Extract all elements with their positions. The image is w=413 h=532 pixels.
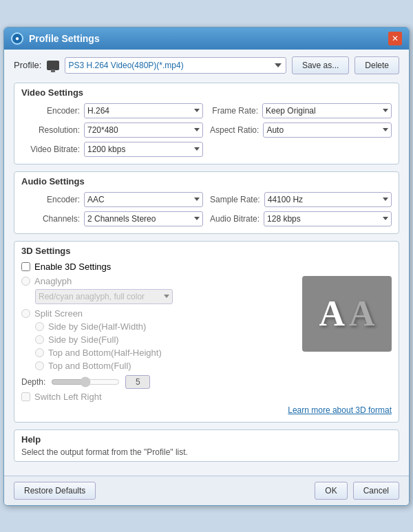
profile-select[interactable]: PS3 H.264 Video(480P)(*.mp4)	[65, 57, 286, 74]
delete-button[interactable]: Delete	[354, 56, 399, 74]
resolution-row: Resolution: 720*480	[21, 123, 203, 138]
video-settings-section: Video Settings Encoder: H.264 Frame Rate…	[14, 83, 399, 164]
3d-settings-title: 3D Settings	[21, 246, 392, 256]
help-text: Select the output format from the "Profi…	[21, 447, 392, 457]
anaglyph-radio[interactable]	[21, 277, 30, 286]
audio-bitrate-select[interactable]: 128 kbps	[264, 211, 392, 226]
video-bitrate-select[interactable]: 1200 kbps	[84, 142, 203, 157]
top-bottom-full-radio[interactable]	[35, 361, 44, 370]
title-bar: ● Profile Settings ✕	[4, 28, 409, 50]
restore-defaults-button[interactable]: Restore Defaults	[14, 482, 96, 500]
anaglyph-select: Red/cyan anaglyph, full color	[35, 289, 173, 304]
top-bottom-half-label: Top and Bottom(Half-Height)	[48, 348, 162, 358]
switch-row: Switch Left Right	[21, 392, 295, 402]
footer: Restore Defaults OK Cancel	[4, 476, 409, 505]
encoder-label: Encoder:	[21, 106, 80, 116]
sample-rate-row: Sample Rate: 44100 Hz	[210, 192, 392, 207]
aspect-ratio-select[interactable]: Auto	[263, 123, 392, 138]
profile-label: Profile:	[14, 60, 41, 70]
sample-rate-select[interactable]: 44100 Hz	[264, 192, 392, 207]
footer-right: OK Cancel	[315, 482, 399, 500]
resolution-select[interactable]: 720*480	[84, 123, 203, 138]
side-by-side-full-label: Side by Side(Full)	[48, 334, 119, 345]
channels-row: Channels: 2 Channels Stereo	[21, 211, 203, 226]
split-screen-label: Split Screen	[34, 308, 83, 319]
channels-select[interactable]: 2 Channels Stereo	[84, 211, 203, 226]
aspect-ratio-label: Aspect Ratio:	[210, 125, 259, 135]
video-settings-grid: Encoder: H.264 Frame Rate: Keep Original…	[21, 103, 392, 157]
video-settings-title: Video Settings	[21, 87, 392, 98]
learn-more-row: Learn more about 3D format	[21, 405, 392, 415]
switch-lr-checkbox[interactable]	[21, 392, 30, 401]
enable-3d-row: Enable 3D Settings	[21, 262, 392, 272]
settings-3d-section: 3D Settings Enable 3D Settings Anaglyph …	[14, 241, 399, 423]
audio-settings-section: Audio Settings Encoder: AAC Sample Rate:…	[14, 171, 399, 234]
frame-rate-label: Frame Rate:	[210, 106, 258, 116]
depth-row: Depth:	[21, 375, 295, 389]
top-bottom-full-label: Top and Bottom(Full)	[48, 361, 131, 371]
enable-3d-label[interactable]: Enable 3D Settings	[34, 262, 111, 272]
side-by-side-full-radio[interactable]	[35, 335, 44, 344]
3d-preview: A A	[302, 276, 392, 352]
save-as-button[interactable]: Save as...	[292, 56, 349, 74]
3d-left: Anaglyph Red/cyan anaglyph, full color S…	[21, 276, 295, 402]
split-screen-row: Split Screen	[21, 308, 295, 319]
video-bitrate-row: Video Bitrate: 1200 kbps	[21, 142, 203, 157]
split-screen-radio[interactable]	[21, 309, 30, 318]
sub-radio-group: Side by Side(Half-Width) Side by Side(Fu…	[35, 321, 295, 371]
frame-rate-row: Frame Rate: Keep Original	[210, 103, 392, 118]
close-button[interactable]: ✕	[388, 32, 402, 45]
help-section: Help Select the output format from the "…	[14, 429, 399, 462]
channels-label: Channels:	[21, 214, 80, 224]
ok-button[interactable]: OK	[315, 482, 347, 500]
depth-label: Depth:	[21, 377, 45, 387]
audio-bitrate-row: Audio Bitrate: 128 kbps	[210, 211, 392, 226]
audio-encoder-label: Encoder:	[21, 195, 80, 204]
anaglyph-label: Anaglyph	[34, 276, 72, 286]
app-icon: ●	[11, 32, 23, 45]
video-bitrate-label: Video Bitrate:	[21, 145, 80, 154]
preview-right-letter: A	[349, 293, 375, 334]
side-by-side-half-label: Side by Side(Half-Width)	[48, 321, 146, 332]
enable-3d-checkbox[interactable]	[21, 262, 30, 271]
audio-settings-title: Audio Settings	[21, 176, 392, 187]
audio-bitrate-label: Audio Bitrate:	[210, 214, 260, 224]
aa-preview: A A	[319, 293, 374, 334]
preview-left-letter: A	[319, 293, 345, 334]
profile-icon	[47, 61, 59, 70]
depth-slider[interactable]	[51, 376, 120, 387]
frame-rate-select[interactable]: Keep Original	[262, 103, 392, 118]
encoder-row: Encoder: H.264	[21, 103, 203, 118]
window-title: Profile Settings	[29, 33, 100, 44]
sample-rate-label: Sample Rate:	[210, 195, 260, 204]
title-bar-left: ● Profile Settings	[11, 32, 100, 45]
top-bottom-half-row: Top and Bottom(Half-Height)	[35, 348, 295, 358]
profile-row: Profile: PS3 H.264 Video(480P)(*.mp4) Sa…	[14, 56, 399, 74]
help-title: Help	[21, 434, 392, 445]
top-bottom-full-row: Top and Bottom(Full)	[35, 361, 295, 371]
cancel-button[interactable]: Cancel	[353, 482, 399, 500]
side-by-side-full-row: Side by Side(Full)	[35, 334, 295, 345]
side-by-side-half-radio[interactable]	[35, 322, 44, 331]
main-content: Profile: PS3 H.264 Video(480P)(*.mp4) Sa…	[4, 50, 409, 476]
resolution-label: Resolution:	[21, 125, 80, 135]
depth-value[interactable]	[125, 375, 150, 389]
main-window: ● Profile Settings ✕ Profile: PS3 H.264 …	[3, 27, 410, 506]
side-by-side-half-row: Side by Side(Half-Width)	[35, 321, 295, 332]
switch-lr-label: Switch Left Right	[34, 392, 102, 402]
audio-encoder-select[interactable]: AAC	[84, 192, 203, 207]
aspect-ratio-row: Aspect Ratio: Auto	[210, 123, 392, 138]
encoder-select[interactable]: H.264	[84, 103, 203, 118]
3d-body: Anaglyph Red/cyan anaglyph, full color S…	[21, 276, 392, 402]
audio-settings-grid: Encoder: AAC Sample Rate: 44100 Hz Chann…	[21, 192, 392, 226]
top-bottom-half-radio[interactable]	[35, 348, 44, 357]
learn-more-link[interactable]: Learn more about 3D format	[288, 405, 392, 415]
anaglyph-row: Anaglyph	[21, 276, 295, 286]
audio-encoder-row: Encoder: AAC	[21, 192, 203, 207]
